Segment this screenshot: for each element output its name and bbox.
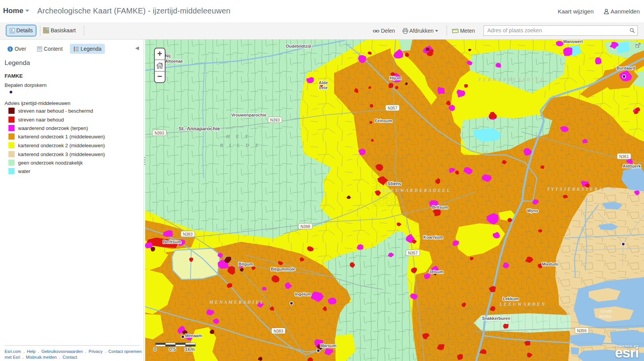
svg-text:N383: N383 xyxy=(183,232,192,236)
svg-text:M E N A M E R A D I E L: M E N A M E R A D I E L xyxy=(209,299,263,305)
svg-text:T Y T S J E R K S T E R A D I: T Y T S J E R K S T E R A D I E L xyxy=(547,186,619,192)
svg-text:Burdaard: Burdaard xyxy=(617,66,636,70)
svg-text:B I L D T: B I L D T xyxy=(219,142,260,148)
svg-text:Alde: Alde xyxy=(319,80,328,85)
svg-text:Ingelum: Ingelum xyxy=(295,292,311,296)
svg-text:Koarnjum: Koarnjum xyxy=(423,235,443,240)
svg-text:0.5: 0.5 xyxy=(169,346,176,352)
svg-text:Britsum: Britsum xyxy=(432,205,448,210)
svg-text:St.-Annaparochie: St.-Annaparochie xyxy=(179,126,220,131)
svg-text:Wyns: Wyns xyxy=(527,208,538,213)
svg-text:Leie: Leie xyxy=(319,85,328,90)
svg-text:Bitgum: Bitgum xyxy=(238,262,253,266)
svg-text:N393: N393 xyxy=(154,131,164,135)
svg-text:Altoenae: Altoenae xyxy=(165,59,183,63)
svg-text:Wielen: Wielen xyxy=(599,314,612,319)
svg-text:N357: N357 xyxy=(387,106,397,110)
svg-text:Feinsum: Feinsum xyxy=(375,118,392,123)
svg-text:i: i xyxy=(10,47,11,51)
svg-text:Miedum: Miedum xyxy=(542,262,558,266)
svg-text:N398: N398 xyxy=(300,224,310,229)
svg-text:F E R W E R D E R A D I E L: F E R W E R D E R A D I E L xyxy=(478,77,543,82)
svg-text:L E E U W A R D E N: L E E U W A R D E N xyxy=(499,301,545,307)
svg-text:H E T: H E T xyxy=(225,133,250,139)
svg-text:Menaam: Menaam xyxy=(185,333,202,338)
svg-text:Hijum: Hijum xyxy=(390,76,402,80)
svg-text:N361: N361 xyxy=(619,154,629,159)
svg-text:Stiens: Stiens xyxy=(387,181,401,186)
svg-text:Grutte: Grutte xyxy=(600,308,613,314)
svg-text:Berltsum: Berltsum xyxy=(163,240,181,244)
svg-text:L E E U W A R D E R A D E E L: L E E U W A R D E R A D E E L xyxy=(382,188,450,193)
svg-text:N357: N357 xyxy=(408,251,417,255)
svg-text:Snakkerburen: Snakkerburen xyxy=(482,316,510,321)
svg-text:N393: N393 xyxy=(270,118,280,122)
svg-text:Marsum: Marsum xyxy=(320,343,336,348)
svg-text:1km: 1km xyxy=(185,346,195,352)
svg-text:N355: N355 xyxy=(577,328,586,333)
svg-text:Vrouwenparochie: Vrouwenparochie xyxy=(231,113,267,117)
svg-text:Oudebildtzijl: Oudebildtzijl xyxy=(286,44,311,48)
svg-text:Bitgummole: Bitgummole xyxy=(271,267,295,271)
svg-text:N383: N383 xyxy=(273,329,283,333)
svg-text:Jelsum: Jelsum xyxy=(429,270,444,274)
svg-text:Lekkum: Lekkum xyxy=(503,296,519,301)
svg-text:0: 0 xyxy=(154,346,156,352)
svg-text:Nij: Nij xyxy=(165,53,171,58)
svg-text:Wanswert: Wanswert xyxy=(563,40,583,44)
svg-text:Aldtsjerk: Aldtsjerk xyxy=(622,164,641,168)
